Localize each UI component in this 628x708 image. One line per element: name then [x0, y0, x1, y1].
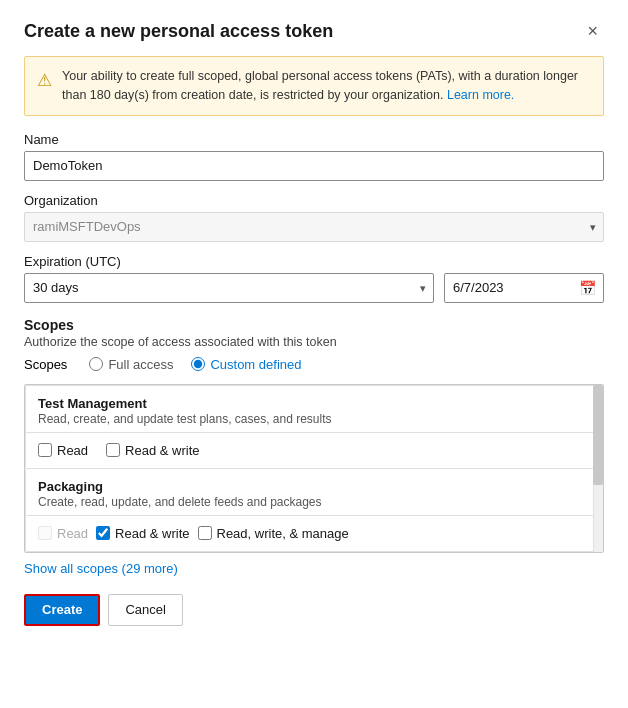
- packaging-desc: Create, read, update, and delete feeds a…: [38, 495, 590, 509]
- full-access-radio-label[interactable]: Full access: [89, 357, 173, 372]
- tm-readwrite-checkbox[interactable]: [106, 443, 120, 457]
- tm-readwrite-label: Read & write: [125, 443, 199, 458]
- full-access-radio[interactable]: [89, 357, 103, 371]
- organization-select[interactable]: ramiMSFTDevOps: [24, 212, 604, 242]
- organization-select-wrapper: ramiMSFTDevOps ▾: [24, 212, 604, 242]
- expiration-row: 30 days 60 days 90 days 180 days Custom …: [24, 273, 604, 303]
- scopes-section: Scopes Authorize the scope of access ass…: [24, 317, 604, 372]
- organization-label: Organization: [24, 193, 604, 208]
- scopes-radio-row: Scopes Full access Custom defined: [24, 357, 604, 372]
- dialog-title: Create a new personal access token: [24, 21, 333, 42]
- packaging-options: Read Read & write Read, write, & manage: [26, 516, 602, 551]
- scopes-title: Scopes: [24, 317, 604, 333]
- pkg-manage-checkbox[interactable]: [198, 526, 212, 540]
- name-label: Name: [24, 132, 604, 147]
- expiration-label: Expiration (UTC): [24, 254, 604, 269]
- pkg-read-label: Read: [57, 526, 88, 541]
- scope-sections-inner: Test Management Read, create, and update…: [25, 385, 603, 552]
- scrollbar-track[interactable]: [593, 385, 603, 552]
- pkg-read-checkbox-label[interactable]: Read: [38, 526, 88, 541]
- expiration-select[interactable]: 30 days 60 days 90 days 180 days Custom: [24, 273, 434, 303]
- custom-defined-radio[interactable]: [191, 357, 205, 371]
- expiration-select-wrapper: 30 days 60 days 90 days 180 days Custom …: [24, 273, 434, 303]
- packaging-title: Packaging: [38, 479, 590, 494]
- packaging-header: Packaging Create, read, update, and dele…: [26, 469, 602, 516]
- warning-text: Your ability to create full scoped, glob…: [62, 67, 591, 105]
- pkg-readwrite-checkbox[interactable]: [96, 526, 110, 540]
- full-access-label: Full access: [108, 357, 173, 372]
- custom-defined-radio-label[interactable]: Custom defined: [191, 357, 301, 372]
- test-management-options: Read Read & write: [26, 433, 602, 468]
- tm-read-checkbox-label[interactable]: Read: [38, 443, 88, 458]
- dialog-header: Create a new personal access token ×: [24, 20, 604, 42]
- cancel-button[interactable]: Cancel: [108, 594, 182, 626]
- name-field-group: Name: [24, 132, 604, 181]
- organization-field-group: Organization ramiMSFTDevOps ▾: [24, 193, 604, 242]
- learn-more-link[interactable]: Learn more.: [447, 88, 514, 102]
- show-scopes-count: (29 more): [122, 561, 178, 576]
- test-management-header: Test Management Read, create, and update…: [26, 386, 602, 433]
- custom-defined-label: Custom defined: [210, 357, 301, 372]
- close-button[interactable]: ×: [581, 20, 604, 42]
- tm-read-checkbox[interactable]: [38, 443, 52, 457]
- create-token-dialog: Create a new personal access token × ⚠ Y…: [0, 0, 628, 708]
- tm-read-label: Read: [57, 443, 88, 458]
- scopes-desc: Authorize the scope of access associated…: [24, 335, 604, 349]
- scope-sections-container: Test Management Read, create, and update…: [24, 384, 604, 553]
- footer-buttons: Create Cancel: [24, 594, 604, 626]
- show-scopes-link-text: Show all scopes: [24, 561, 118, 576]
- name-input[interactable]: [24, 151, 604, 181]
- tm-readwrite-checkbox-label[interactable]: Read & write: [106, 443, 199, 458]
- expiration-field-group: Expiration (UTC) 30 days 60 days 90 days…: [24, 254, 604, 303]
- pkg-manage-checkbox-label[interactable]: Read, write, & manage: [198, 526, 349, 541]
- test-management-desc: Read, create, and update test plans, cas…: [38, 412, 590, 426]
- create-button[interactable]: Create: [24, 594, 100, 626]
- test-management-section: Test Management Read, create, and update…: [25, 385, 603, 469]
- date-input-wrapper: 📅: [444, 273, 604, 303]
- pkg-readwrite-label: Read & write: [115, 526, 189, 541]
- pkg-manage-label: Read, write, & manage: [217, 526, 349, 541]
- show-scopes-button[interactable]: Show all scopes (29 more): [24, 561, 178, 576]
- scopes-row-label: Scopes: [24, 357, 67, 372]
- pkg-readwrite-checkbox-label[interactable]: Read & write: [96, 526, 189, 541]
- warning-banner: ⚠ Your ability to create full scoped, gl…: [24, 56, 604, 116]
- packaging-section: Packaging Create, read, update, and dele…: [25, 469, 603, 552]
- pkg-read-checkbox[interactable]: [38, 526, 52, 540]
- warning-icon: ⚠: [37, 68, 52, 105]
- test-management-title: Test Management: [38, 396, 590, 411]
- date-input[interactable]: [444, 273, 604, 303]
- show-scopes-row: Show all scopes (29 more): [24, 561, 604, 576]
- scrollbar-thumb[interactable]: [593, 385, 603, 485]
